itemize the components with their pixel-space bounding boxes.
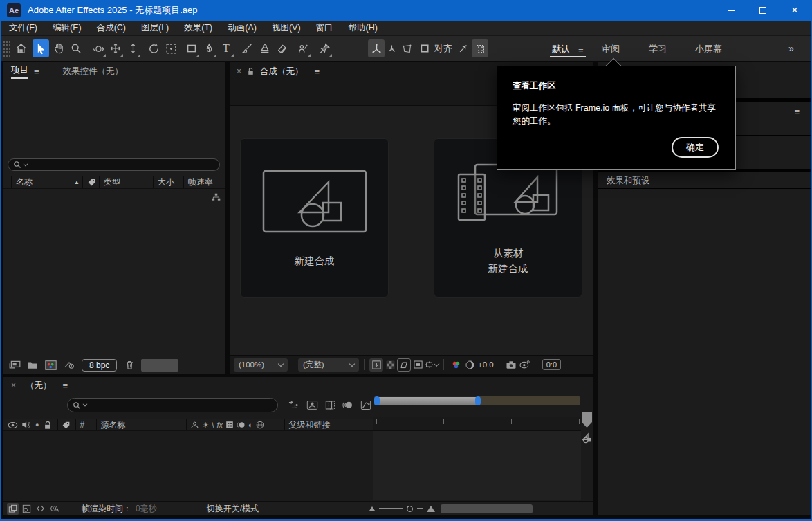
column-framerate[interactable]: 帧速率 xyxy=(183,176,216,188)
axis-world-mode[interactable] xyxy=(383,39,400,57)
workspace-tab-learn[interactable]: 学习 xyxy=(649,39,667,59)
home-button[interactable] xyxy=(12,39,29,57)
unlock-icon[interactable] xyxy=(247,67,255,76)
dolly-camera-tool[interactable] xyxy=(124,39,141,57)
type-tool[interactable]: T xyxy=(218,39,234,57)
channel-rgb-button[interactable] xyxy=(449,358,463,372)
mask-toggle-button[interactable] xyxy=(411,358,425,372)
maximize-button[interactable] xyxy=(747,0,779,21)
rotate-tool[interactable] xyxy=(145,39,162,57)
hand-tool[interactable] xyxy=(50,39,67,57)
menu-edit[interactable]: 编辑(E) xyxy=(45,21,89,36)
zoom-slider-track[interactable] xyxy=(379,508,403,509)
lock-icon[interactable] xyxy=(44,421,52,430)
workspace-menu-icon[interactable]: ≡ xyxy=(578,39,584,59)
composition-tab-label[interactable]: 合成（无） xyxy=(260,66,304,77)
toggle-switches-modes-button[interactable]: 切换开关/模式 xyxy=(207,503,259,515)
column-size[interactable]: 大小 xyxy=(153,176,183,188)
timeline-zoom-control[interactable] xyxy=(369,506,435,512)
composition-tab-close-icon[interactable]: × xyxy=(237,66,241,76)
new-folder-button[interactable] xyxy=(27,360,38,369)
new-composition-button[interactable] xyxy=(45,360,57,370)
preview-time-value[interactable]: 0:0 xyxy=(542,359,561,370)
workspace-tab-review[interactable]: 审阅 xyxy=(602,39,620,59)
composition-mini-flowchart-icon[interactable] xyxy=(288,400,299,410)
mask-visibility-toggle[interactable] xyxy=(472,39,488,57)
transparency-grid-button[interactable] xyxy=(383,358,397,372)
time-ruler[interactable] xyxy=(373,417,581,431)
interpret-footage-button[interactable] xyxy=(8,360,21,370)
menu-composition[interactable]: 合成(C) xyxy=(89,21,133,36)
marker-bin-button[interactable] xyxy=(581,412,593,431)
axis-view-mode[interactable] xyxy=(398,39,415,57)
magnification-dropdown[interactable]: (100%) xyxy=(234,358,288,372)
column-type[interactable]: 类型 xyxy=(99,176,153,188)
menu-window[interactable]: 窗口 xyxy=(308,21,341,36)
tab-project[interactable]: 项目 xyxy=(11,64,28,79)
work-area-used-segment[interactable] xyxy=(378,396,479,405)
timeline-panel-menu-icon[interactable]: ≡ xyxy=(63,381,68,391)
pen-tool[interactable] xyxy=(201,39,217,57)
show-snapshot-button[interactable] xyxy=(518,358,532,372)
expand-in-out-button[interactable] xyxy=(35,503,46,515)
minimize-button[interactable] xyxy=(715,0,747,21)
work-area-end-handle[interactable] xyxy=(475,396,481,405)
orbit-camera-tool[interactable] xyxy=(90,39,107,57)
menu-animation[interactable]: 动画(A) xyxy=(220,21,264,36)
proxy-toggle-button[interactable] xyxy=(64,360,75,370)
menu-view[interactable]: 视图(V) xyxy=(264,21,308,36)
search-options-chevron[interactable] xyxy=(83,402,88,407)
expand-transfer-controls-button[interactable] xyxy=(21,503,33,515)
zoom-tool[interactable] xyxy=(68,39,84,57)
project-panel-menu-icon[interactable]: ≡ xyxy=(34,66,39,77)
axis-local-mode[interactable] xyxy=(368,39,385,57)
snapshot-button[interactable] xyxy=(504,358,518,372)
rectangle-tool[interactable] xyxy=(183,39,200,57)
work-area-bar[interactable] xyxy=(374,396,580,405)
tooltip-ok-button[interactable]: 确定 xyxy=(672,137,719,158)
exposure-value[interactable]: +0.0 xyxy=(478,360,494,369)
delete-button[interactable] xyxy=(125,360,134,370)
solo-icon[interactable]: ● xyxy=(35,421,39,428)
roto-brush-tool[interactable] xyxy=(295,39,311,57)
info-panel-menu-icon[interactable]: ≡ xyxy=(794,105,800,118)
column-label-color[interactable] xyxy=(82,176,99,188)
column-name[interactable]: 名称 ▲ xyxy=(11,176,82,188)
snap-arrow-option[interactable] xyxy=(454,39,471,57)
region-of-interest-button[interactable] xyxy=(397,358,411,372)
puppet-pin-tool[interactable] xyxy=(316,39,333,57)
timeline-search-input[interactable] xyxy=(67,398,278,412)
menu-help[interactable]: 帮助(H) xyxy=(341,21,385,36)
right-panel-divider[interactable] xyxy=(598,188,811,189)
zoom-out-icon[interactable] xyxy=(369,506,375,511)
timeline-track-area[interactable] xyxy=(373,431,581,500)
pan-camera-tool[interactable] xyxy=(107,39,124,57)
camera-region-tool[interactable] xyxy=(163,39,179,57)
snap-toggle[interactable] xyxy=(416,39,433,57)
eye-icon[interactable] xyxy=(8,421,18,429)
timeline-horizontal-scrollbar[interactable] xyxy=(441,504,533,513)
expand-layer-switches-button[interactable] xyxy=(7,503,19,515)
clone-stamp-tool[interactable] xyxy=(257,39,273,57)
timeline-tab-close-icon[interactable]: × xyxy=(11,381,16,390)
eraser-tool[interactable] xyxy=(274,39,290,57)
workspace-overflow-button[interactable]: » xyxy=(788,39,794,57)
tab-effect-controls[interactable]: 效果控件（无） xyxy=(63,66,124,77)
toolbar-grip[interactable] xyxy=(3,40,10,57)
brush-tool[interactable] xyxy=(239,39,256,57)
close-button[interactable]: × xyxy=(779,0,811,21)
timeline-tab-label[interactable]: （无） xyxy=(26,380,52,392)
exposure-reset-button[interactable] xyxy=(463,358,477,372)
expand-render-time-button[interactable] xyxy=(48,503,60,515)
crop-region-button[interactable] xyxy=(425,358,439,372)
bit-depth-button[interactable]: 8 bpc xyxy=(82,359,117,372)
shy-layers-icon[interactable] xyxy=(306,400,318,410)
fast-previews-button[interactable] xyxy=(369,358,383,372)
project-search-input[interactable] xyxy=(8,158,220,171)
selection-tool[interactable] xyxy=(33,39,49,57)
menu-layer[interactable]: 图层(L) xyxy=(133,21,176,36)
project-footer-scrollbar[interactable] xyxy=(141,359,178,372)
column-index[interactable]: # xyxy=(75,419,96,430)
work-area-start-handle[interactable] xyxy=(374,396,380,405)
column-source-name[interactable]: 源名称 xyxy=(96,419,186,430)
